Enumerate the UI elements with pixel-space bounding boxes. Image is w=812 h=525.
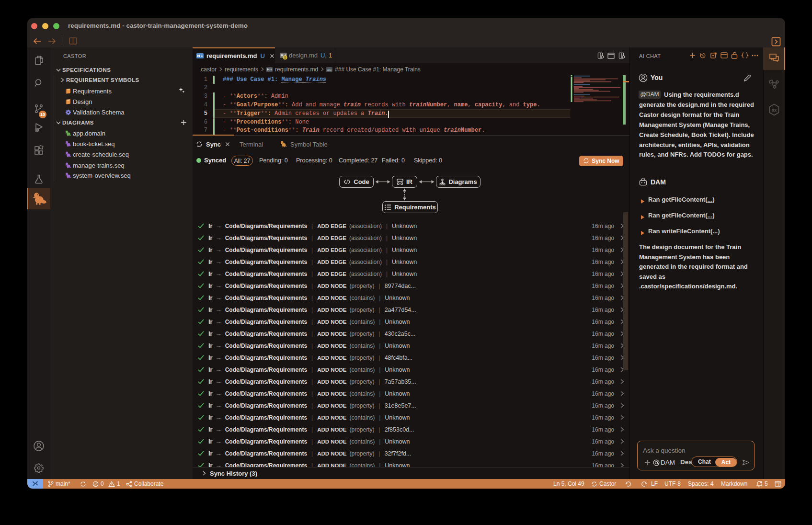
svg-text:0x: 0x — [772, 107, 777, 113]
svg-text:abc: abc — [327, 68, 332, 71]
